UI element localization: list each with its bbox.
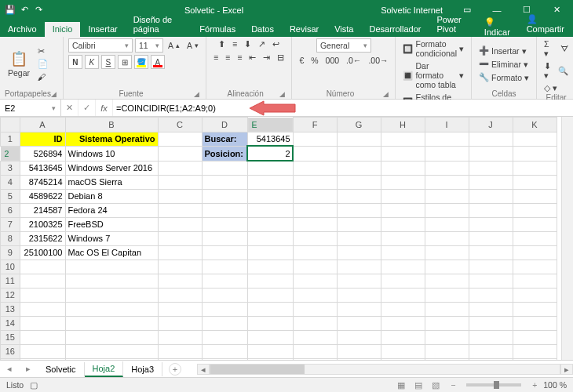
save-icon[interactable]: 💾 <box>5 5 16 16</box>
cell[interactable] <box>293 302 337 316</box>
cell[interactable] <box>293 288 337 302</box>
cell[interactable] <box>469 274 513 288</box>
cell[interactable] <box>202 358 247 360</box>
cell[interactable] <box>425 175 469 189</box>
clear-button[interactable]: ◇ ▾ <box>542 82 560 93</box>
cell[interactable] <box>20 302 65 316</box>
cell[interactable]: 2100325 <box>20 217 65 231</box>
cell[interactable] <box>202 189 247 203</box>
cell[interactable] <box>513 175 557 189</box>
cell[interactable] <box>158 175 202 189</box>
cell[interactable] <box>337 344 381 358</box>
cell[interactable] <box>425 161 469 175</box>
font-color-button[interactable]: A <box>151 55 165 69</box>
cell[interactable] <box>381 344 425 358</box>
cell[interactable] <box>337 132 381 146</box>
cell[interactable] <box>158 189 202 203</box>
enter-formula-icon[interactable]: ✓ <box>78 100 96 116</box>
cell[interactable] <box>513 274 557 288</box>
cell[interactable] <box>247 161 293 175</box>
decrease-decimal-icon[interactable]: .00→ <box>366 55 390 66</box>
cell[interactable] <box>337 358 381 360</box>
cell[interactable] <box>425 203 469 217</box>
cell[interactable] <box>337 231 381 245</box>
cell[interactable] <box>381 330 425 344</box>
align-middle-icon[interactable]: ≡ <box>230 38 239 49</box>
cell[interactable] <box>513 146 557 161</box>
cell[interactable] <box>202 231 247 245</box>
cell[interactable]: Mac OS El Capitan <box>65 245 158 260</box>
cell[interactable] <box>293 245 337 260</box>
cell[interactable] <box>425 302 469 316</box>
zoom-out-icon[interactable]: − <box>444 380 462 390</box>
cell[interactable] <box>425 231 469 245</box>
cell[interactable]: 5413645 <box>20 161 65 175</box>
cell[interactable] <box>158 245 202 260</box>
cell[interactable] <box>381 146 425 161</box>
row-header[interactable]: 2 <box>1 147 20 161</box>
increase-font-icon[interactable]: A▴ <box>166 40 182 51</box>
underline-button[interactable]: S <box>101 55 115 69</box>
cell[interactable] <box>65 302 158 316</box>
cell[interactable] <box>469 330 513 344</box>
cell[interactable] <box>293 132 337 146</box>
cell[interactable] <box>469 175 513 189</box>
cell[interactable]: Fedora 24 <box>65 203 158 217</box>
cell[interactable] <box>247 302 293 316</box>
cell[interactable] <box>293 344 337 358</box>
cell[interactable]: Posicion: <box>202 146 247 161</box>
paste-button[interactable]: 📋 Pegar <box>5 49 33 79</box>
cell[interactable] <box>293 203 337 217</box>
formula-input[interactable]: =COINCIDIR(E1;A2:A9;0) <box>113 100 573 116</box>
cell[interactable] <box>293 161 337 175</box>
cell[interactable] <box>381 203 425 217</box>
row-header[interactable]: 10 <box>1 260 20 274</box>
cell[interactable] <box>513 245 557 260</box>
cell[interactable] <box>469 189 513 203</box>
cell[interactable] <box>65 358 158 360</box>
column-header[interactable]: K <box>513 118 557 132</box>
merge-button[interactable]: ⊟ <box>275 52 286 63</box>
cell[interactable] <box>158 330 202 344</box>
fill-color-button[interactable]: 🪣 <box>134 55 148 69</box>
tell-me-icon[interactable]: 💡 Indicar <box>480 17 519 37</box>
fill-button[interactable]: ⬇ ▾ <box>542 60 553 81</box>
cell[interactable] <box>202 217 247 231</box>
cell[interactable] <box>513 316 557 330</box>
tab-formulas[interactable]: Fórmulas <box>192 22 243 37</box>
cell[interactable] <box>293 358 337 360</box>
cell[interactable] <box>158 274 202 288</box>
sheet-tab-0[interactable]: Solvetic <box>38 362 85 376</box>
conditional-format-button[interactable]: 🔲 Formato condicional ▾ <box>400 38 466 59</box>
cell[interactable] <box>425 274 469 288</box>
cell[interactable] <box>247 330 293 344</box>
cell[interactable] <box>513 189 557 203</box>
row-header[interactable]: 8 <box>1 231 20 245</box>
cell[interactable] <box>20 330 65 344</box>
column-header[interactable]: C <box>158 118 202 132</box>
cell[interactable] <box>65 344 158 358</box>
cell[interactable] <box>65 316 158 330</box>
row-header[interactable]: 16 <box>1 344 20 358</box>
cell[interactable] <box>381 358 425 360</box>
decrease-indent-icon[interactable]: ⇤ <box>246 52 258 63</box>
cell[interactable] <box>425 288 469 302</box>
cell[interactable]: Buscar: <box>202 132 247 146</box>
cell[interactable] <box>202 302 247 316</box>
row-header[interactable]: 11 <box>1 274 20 288</box>
cell[interactable]: FreeBSD <box>65 217 158 231</box>
cell[interactable] <box>158 231 202 245</box>
cell[interactable] <box>247 274 293 288</box>
cell[interactable]: macOS Sierra <box>65 175 158 189</box>
redo-icon[interactable]: ↷ <box>33 5 44 16</box>
increase-decimal-icon[interactable]: .0← <box>344 55 363 66</box>
cell[interactable] <box>337 175 381 189</box>
cell[interactable] <box>158 146 202 161</box>
decrease-font-icon[interactable]: A▾ <box>184 40 201 51</box>
cell[interactable] <box>425 344 469 358</box>
cell[interactable] <box>513 217 557 231</box>
tab-revisar[interactable]: Revisar <box>282 22 327 37</box>
zoom-slider[interactable] <box>466 383 521 387</box>
format-cells-button[interactable]: 🔧 Formato ▾ <box>476 71 531 83</box>
cell[interactable] <box>337 161 381 175</box>
